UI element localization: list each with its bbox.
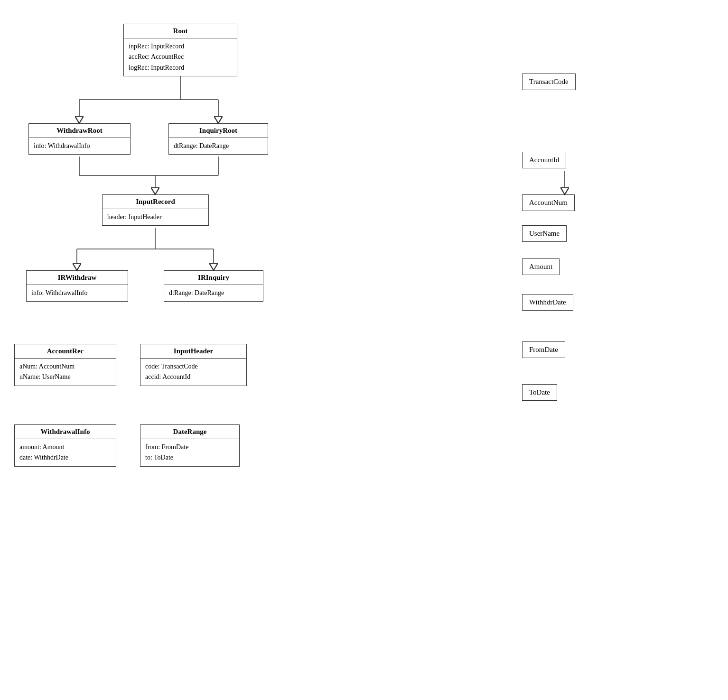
class-irwithdraw-name: IRWithdraw bbox=[27, 271, 128, 285]
diagram-container: Root inpRec: InputRecord accRec: Account… bbox=[0, 0, 728, 700]
class-username: UserName bbox=[522, 225, 567, 242]
class-daterange-attrs: from: FromDate to: ToDate bbox=[140, 439, 239, 466]
class-withdrawroot-name: WithdrawRoot bbox=[29, 124, 130, 138]
class-transactcode: TransactCode bbox=[522, 74, 576, 90]
class-withhdrdate: WithhdrDate bbox=[522, 294, 573, 311]
class-withdrawroot: WithdrawRoot info: WithdrawalInfo bbox=[28, 123, 131, 155]
class-irinquiry-attrs: dtRange: DateRange bbox=[164, 285, 263, 301]
class-inputheader-attrs: code: TransactCode accid: AccountId bbox=[140, 359, 246, 386]
class-inputheader-name: InputHeader bbox=[140, 344, 246, 359]
class-fromdate: FromDate bbox=[522, 341, 565, 358]
class-inquiryroot-name: InquiryRoot bbox=[169, 124, 268, 138]
class-daterange: DateRange from: FromDate to: ToDate bbox=[140, 424, 240, 467]
class-irwithdraw-attrs: info: WithdrawalInfo bbox=[27, 285, 128, 301]
class-root-attrs: inpRec: InputRecord accRec: AccountRec l… bbox=[124, 38, 237, 76]
class-accountrec-attrs: aNum: AccountNum uName: UserName bbox=[15, 359, 116, 386]
class-withdrawroot-attrs: info: WithdrawalInfo bbox=[29, 138, 130, 154]
class-inputrecord-attrs: header: InputHeader bbox=[103, 209, 208, 225]
class-inputrecord: InputRecord header: InputHeader bbox=[102, 194, 209, 226]
class-withdrawalinfo: WithdrawalInfo amount: Amount date: With… bbox=[14, 424, 116, 467]
class-inquiryroot-attrs: dtRange: DateRange bbox=[169, 138, 268, 154]
class-inputrecord-name: InputRecord bbox=[103, 195, 208, 209]
class-withdrawalinfo-name: WithdrawalInfo bbox=[15, 425, 116, 439]
class-accountid: AccountId bbox=[522, 152, 566, 168]
class-irwithdraw: IRWithdraw info: WithdrawalInfo bbox=[26, 270, 128, 302]
class-todate: ToDate bbox=[522, 384, 557, 401]
class-accountnum: AccountNum bbox=[522, 194, 575, 211]
class-root: Root inpRec: InputRecord accRec: Account… bbox=[123, 24, 237, 76]
class-accountrec-name: AccountRec bbox=[15, 344, 116, 359]
class-accountrec: AccountRec aNum: AccountNum uName: UserN… bbox=[14, 344, 116, 386]
class-amount: Amount bbox=[522, 258, 560, 275]
class-irinquiry-name: IRInquiry bbox=[164, 271, 263, 285]
class-inputheader: InputHeader code: TransactCode accid: Ac… bbox=[140, 344, 247, 386]
class-root-name: Root bbox=[124, 24, 237, 38]
class-daterange-name: DateRange bbox=[140, 425, 239, 439]
class-withdrawalinfo-attrs: amount: Amount date: WithhdrDate bbox=[15, 439, 116, 466]
class-inquiryroot: InquiryRoot dtRange: DateRange bbox=[168, 123, 268, 155]
class-irinquiry: IRInquiry dtRange: DateRange bbox=[164, 270, 263, 302]
